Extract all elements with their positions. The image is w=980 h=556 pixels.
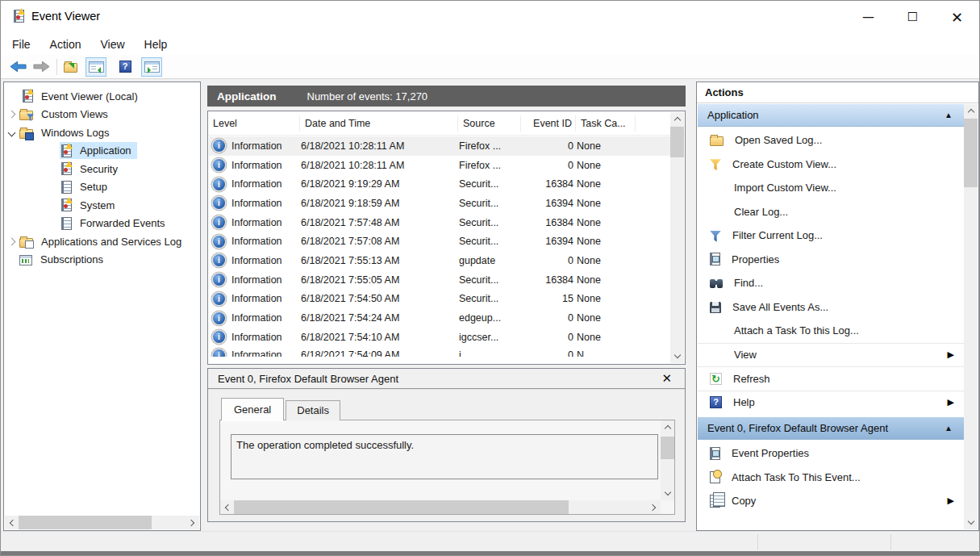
tree-item[interactable]: Custom Views: [4, 106, 200, 124]
close-button[interactable]: ✕: [935, 1, 979, 33]
tree-expander-icon[interactable]: [8, 111, 16, 119]
maximize-button[interactable]: ☐: [890, 1, 935, 33]
cell-task-category: None: [577, 236, 636, 247]
tree-item[interactable]: Setup: [4, 178, 200, 197]
event-message[interactable]: The operation completed successfully.: [231, 434, 658, 479]
cell-datetime: 6/18/2021 9:19:29 AM: [301, 178, 459, 190]
action-item[interactable]: Attach a Task To this Log... ▶: [698, 319, 964, 343]
menu-file[interactable]: File: [12, 38, 31, 51]
action-item[interactable]: Filter Current Log... ▶: [698, 224, 964, 248]
preview-close-icon[interactable]: ✕: [661, 371, 672, 386]
scroll-down-icon[interactable]: [964, 516, 978, 529]
actions-vertical-scrollbar[interactable]: [964, 104, 978, 529]
cell-event-id: 0: [522, 312, 577, 324]
column-task-category[interactable]: Task Ca...: [576, 115, 636, 132]
action-item-label: Refresh: [733, 373, 770, 385]
tree-item[interactable]: Event Viewer (Local): [4, 87, 200, 106]
scroll-down-icon[interactable]: [661, 487, 674, 500]
column-source[interactable]: Source: [458, 115, 521, 132]
tree-item-icon: [61, 144, 72, 157]
cell-source: i...: [459, 349, 522, 357]
cell-event-id: 0: [522, 255, 577, 266]
action-item[interactable]: View ▶: [698, 343, 964, 367]
action-item[interactable]: Event Properties ▶: [698, 441, 964, 466]
table-row[interactable]: i Information 6/18/2021 7:54:50 AM Secur…: [209, 290, 670, 309]
cell-level: Information: [231, 332, 282, 343]
scroll-up-icon[interactable]: [661, 420, 674, 434]
table-row[interactable]: i Information 6/18/2021 7:57:48 AM Secur…: [209, 213, 670, 232]
scroll-up-icon[interactable]: [964, 104, 978, 118]
action-item[interactable]: ? Help ▶: [698, 391, 964, 415]
tree-horizontal-scrollbar[interactable]: [5, 516, 199, 529]
table-row[interactable]: i Information 6/18/2021 10:28:11 AM Fire…: [209, 136, 670, 156]
tree-item[interactable]: Subscriptions: [4, 251, 200, 270]
action-item[interactable]: Import Custom View... ▶: [698, 176, 964, 200]
action-item[interactable]: ↻ Refresh ▶: [698, 366, 964, 391]
tab-general[interactable]: General: [221, 398, 284, 420]
scroll-left-icon[interactable]: [220, 500, 234, 514]
action-item[interactable]: Find... ▶: [698, 271, 964, 295]
scroll-down-icon[interactable]: [670, 349, 684, 363]
tab-details[interactable]: Details: [286, 400, 340, 420]
table-vertical-scrollbar[interactable]: [670, 112, 684, 363]
cell-task-category: None: [577, 160, 636, 171]
back-arrow-icon[interactable]: [7, 57, 28, 77]
scrollbar-thumb[interactable]: [234, 500, 569, 514]
menu-view[interactable]: View: [100, 38, 124, 51]
tree-expander-icon[interactable]: [8, 237, 16, 245]
tree-item-label: Setup: [77, 179, 111, 194]
preview-horizontal-scrollbar[interactable]: [220, 500, 661, 514]
minimize-button[interactable]: —: [846, 1, 890, 33]
scroll-left-icon[interactable]: [5, 516, 19, 529]
menu-help[interactable]: Help: [144, 38, 168, 51]
table-row[interactable]: i Information 6/18/2021 7:54:09 AM i... …: [209, 347, 670, 357]
show-action-pane-icon[interactable]: [141, 57, 162, 77]
action-item[interactable]: Open Saved Log... ▶: [698, 128, 964, 153]
table-row[interactable]: i Information 6/18/2021 7:54:24 AM edgeu…: [209, 308, 670, 328]
scroll-right-icon[interactable]: [647, 500, 661, 514]
export-log-icon[interactable]: [62, 57, 83, 77]
tree-item[interactable]: Windows Logs: [4, 123, 200, 142]
table-row[interactable]: i Information 6/18/2021 7:55:13 AM gupda…: [209, 251, 670, 270]
show-console-tree-icon[interactable]: [85, 57, 106, 77]
scrollbar-thumb[interactable]: [670, 127, 684, 157]
collapse-caret-icon[interactable]: ▲: [945, 424, 953, 433]
scrollbar-thumb[interactable]: [661, 437, 674, 459]
scroll-up-icon[interactable]: [670, 112, 684, 126]
table-row[interactable]: i Information 6/18/2021 9:19:29 AM Secur…: [209, 174, 670, 194]
collapse-caret-icon[interactable]: ▲: [945, 111, 953, 119]
menu-action[interactable]: Action: [50, 38, 81, 51]
tree-item-icon: [19, 111, 33, 120]
action-item[interactable]: Create Custom View... ▶: [698, 153, 964, 177]
action-item[interactable]: Copy ▶: [698, 489, 964, 513]
cell-task-category: None: [577, 312, 636, 324]
scroll-right-icon[interactable]: [186, 516, 199, 529]
table-row[interactable]: i Information 6/18/2021 10:28:11 AM Fire…: [209, 156, 670, 175]
cell-event-id: 0: [522, 140, 577, 152]
tree-item[interactable]: Security: [4, 160, 200, 178]
tree-item[interactable]: System: [4, 196, 200, 215]
table-row[interactable]: i Information 6/18/2021 7:54:10 AM igccs…: [209, 328, 670, 347]
table-row[interactable]: i Information 6/18/2021 7:57:08 AM Secur…: [209, 232, 670, 251]
action-item[interactable]: Attach Task To This Event... ▶: [698, 466, 964, 490]
action-item[interactable]: Clear Log... ▶: [698, 200, 964, 224]
actions-section-header-event[interactable]: Event 0, Firefox Default Browser Agent ▲: [698, 417, 964, 440]
tree-item[interactable]: Forwarded Events: [4, 215, 200, 233]
scrollbar-thumb[interactable]: [964, 119, 978, 187]
column-level[interactable]: Level: [208, 115, 300, 132]
column-date[interactable]: Date and Time: [300, 115, 458, 132]
table-row[interactable]: i Information 6/18/2021 9:18:59 AM Secur…: [209, 194, 670, 213]
scrollbar-thumb[interactable]: [19, 516, 152, 529]
forward-arrow-icon[interactable]: [31, 57, 52, 77]
preview-vertical-scrollbar[interactable]: [661, 420, 674, 500]
tree-item-icon: [61, 199, 72, 211]
tree-item[interactable]: Applications and Services Log: [4, 232, 200, 251]
tree-item[interactable]: Application: [4, 142, 200, 161]
tree-expander-icon[interactable]: [8, 128, 16, 136]
table-row[interactable]: i Information 6/18/2021 7:55:05 AM Secur…: [209, 270, 670, 290]
actions-section-header-application[interactable]: Application ▲: [698, 104, 964, 127]
help-icon[interactable]: ?: [115, 57, 136, 77]
action-item[interactable]: Properties ▶: [698, 248, 964, 272]
action-item[interactable]: Save All Events As... ▶: [698, 295, 964, 320]
column-event-id[interactable]: Event ID: [521, 115, 576, 132]
